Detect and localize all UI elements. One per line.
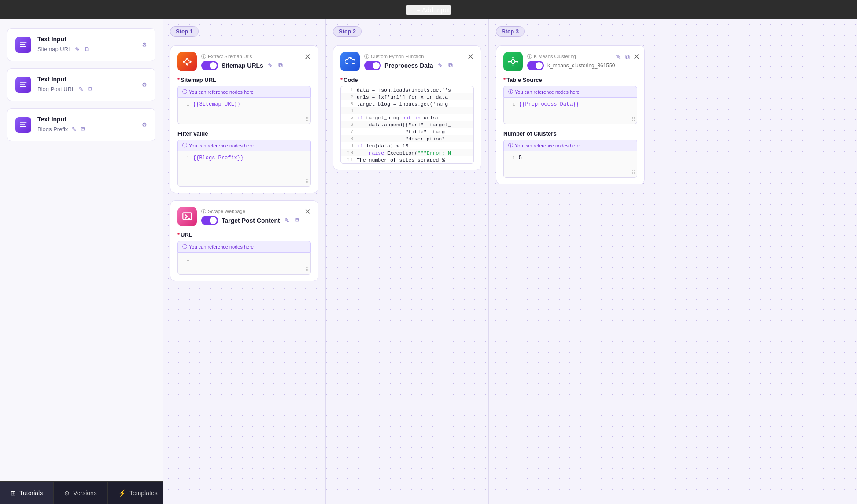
toggle-python[interactable] xyxy=(364,61,381,70)
python-name: Preprocess Data xyxy=(384,62,433,69)
table-source-value: {{Preprocess Data}} xyxy=(519,101,579,107)
input-card-subtitle-1: Sitemap URL ✎ ⧉ xyxy=(37,44,90,54)
svg-point-11 xyxy=(189,61,191,63)
field-filter-value: Filter Value ⓘ You can reference nodes h… xyxy=(177,130,311,187)
table-source-input[interactable]: 1 {{Preprocess Data}} xyxy=(503,98,637,124)
field-label-url: * URL xyxy=(177,232,311,238)
field-sitemap-url: * Sitemap URL ⓘ You can reference nodes … xyxy=(177,77,311,124)
info-circle-icon-kmeans: ⓘ xyxy=(527,53,532,60)
code-line-sitemap-1: 1 {{Sitemap URL}} xyxy=(182,101,306,107)
toggle-scrape[interactable] xyxy=(201,216,218,225)
field-label-sitemap-url: * Sitemap URL xyxy=(177,77,311,83)
edit-icon-1[interactable]: ✎ xyxy=(74,45,81,54)
svg-rect-1 xyxy=(20,44,26,45)
svg-point-19 xyxy=(349,58,350,59)
edit-icon-2[interactable]: ✎ xyxy=(78,85,85,94)
svg-line-14 xyxy=(188,59,189,61)
step-1-badge: Step 1 xyxy=(170,26,199,37)
input-card-title-1: Text Input xyxy=(37,36,90,43)
top-bar: ＋ + Add Input xyxy=(0,0,857,19)
copy-node-1[interactable]: ⧉ xyxy=(277,61,284,70)
clock-icon: ⊙ xyxy=(64,489,70,497)
svg-line-13 xyxy=(185,59,187,61)
python-code-editor[interactable]: 1data = json.loads(inputs.get('s 2urls =… xyxy=(340,86,474,164)
step-col-3: Step 3 xyxy=(489,19,652,504)
node-python-header: ⓘ Custom Python Function Preprocess Data… xyxy=(340,52,474,71)
toggle-kmeans[interactable] xyxy=(527,61,544,70)
extract-sitemap-info-label: Extract Sitemap Urls xyxy=(208,54,252,59)
field-clusters: Number of Clusters ⓘ You can reference n… xyxy=(503,130,637,178)
code-label-text: Code xyxy=(344,77,358,83)
sidebar-items: Text Input Sitemap URL ✎ ⧉ ⚙ xyxy=(0,19,163,481)
copy-icon-3[interactable]: ⧉ xyxy=(80,125,86,134)
edit-python[interactable]: ✎ xyxy=(437,61,444,70)
close-python[interactable]: ✕ xyxy=(467,52,474,62)
edit-icon-3[interactable]: ✎ xyxy=(70,125,78,134)
ref-hint-clusters: ⓘ You can reference nodes here xyxy=(503,140,637,151)
input-card-subtitle-3: Blogs Prefix ✎ ⧉ xyxy=(37,125,86,134)
info-icon-ref-2: ⓘ xyxy=(182,142,187,149)
toggle-extract-sitemap[interactable] xyxy=(201,61,218,70)
step-2-badge: Step 2 xyxy=(333,26,362,37)
info-icon-ref-url: ⓘ xyxy=(182,243,187,250)
copy-python[interactable]: ⧉ xyxy=(447,61,454,70)
edit-scrape[interactable]: ✎ xyxy=(284,216,291,225)
ref-hint-sitemap-url: ⓘ You can reference nodes here xyxy=(177,86,311,98)
edit-kmeans[interactable]: ✎ xyxy=(615,52,622,61)
copy-icon-1[interactable]: ⧉ xyxy=(84,44,90,54)
extract-sitemap-icon xyxy=(177,52,197,71)
filter-value-input[interactable]: 1 {{Blogs Prefix}} xyxy=(177,151,311,187)
svg-rect-2 xyxy=(20,46,26,47)
svg-rect-0 xyxy=(20,42,27,43)
python-info-label: Custom Python Function xyxy=(371,54,424,59)
field-table-source: * Table Source ⓘ You can reference nodes… xyxy=(503,77,637,124)
edit-node-1[interactable]: ✎ xyxy=(267,61,274,70)
sitemap-url-textarea-wrap: 1 {{Sitemap URL}} xyxy=(177,98,311,124)
ref-hint-table: ⓘ You can reference nodes here xyxy=(503,86,637,98)
copy-kmeans[interactable]: ⧉ xyxy=(624,52,631,62)
svg-rect-6 xyxy=(20,122,27,123)
node-python: ⓘ Custom Python Function Preprocess Data… xyxy=(333,45,481,170)
nav-templates[interactable]: ⚡ Templates xyxy=(108,482,169,504)
close-kmeans[interactable]: ✕ xyxy=(633,52,640,62)
close-scrape[interactable]: ✕ xyxy=(304,207,311,217)
svg-rect-4 xyxy=(20,84,26,85)
close-node-1[interactable]: ✕ xyxy=(304,52,311,62)
copy-scrape[interactable]: ⧉ xyxy=(294,216,300,225)
svg-point-27 xyxy=(512,65,513,66)
settings-button-1[interactable]: ⚙ xyxy=(142,41,147,48)
svg-rect-3 xyxy=(20,82,27,83)
input-card-blog-post: Text Input Blog Post URL ✎ ⧉ ⚙ xyxy=(7,68,155,101)
info-circle-icon-scrape: ⓘ xyxy=(201,208,206,215)
settings-button-2[interactable]: ⚙ xyxy=(142,81,147,88)
step-3-header: Step 3 xyxy=(496,26,645,37)
workflow-area[interactable]: Step 1 xyxy=(163,19,857,504)
info-icon-ref-table: ⓘ xyxy=(508,88,513,95)
copy-icon-2[interactable]: ⧉ xyxy=(87,85,93,94)
svg-point-28 xyxy=(508,61,510,62)
nav-tutorials[interactable]: ⊞ Tutorials xyxy=(0,482,54,504)
input-card-subtitle-2: Blog Post URL ✎ ⧉ xyxy=(37,85,93,94)
clusters-input[interactable]: 1 5 xyxy=(503,151,637,178)
nav-templates-label: Templates xyxy=(129,489,158,497)
svg-line-15 xyxy=(185,62,187,64)
step-col-1: Step 1 xyxy=(163,19,326,504)
info-icon-ref-clusters: ⓘ xyxy=(508,142,513,149)
url-input[interactable]: 1 xyxy=(177,253,311,275)
step-col-2: Step 2 xyxy=(326,19,489,504)
field-label-table: * Table Source xyxy=(503,77,637,83)
scrape-webpage-icon xyxy=(177,207,197,226)
svg-point-26 xyxy=(512,57,513,58)
text-input-icon-1 xyxy=(15,37,31,53)
node-scrape-header: ⓘ Scrape Webpage Target Post Content ✎ ⧉ xyxy=(177,207,311,226)
python-icon xyxy=(340,52,360,71)
text-input-icon-2 xyxy=(15,77,31,93)
step-3-badge: Step 3 xyxy=(496,26,525,37)
sitemap-url-input[interactable]: 1 {{Sitemap URL}} xyxy=(177,98,311,124)
plus-icon: ＋ xyxy=(407,6,414,14)
nav-versions[interactable]: ⊙ Versions xyxy=(54,482,108,504)
add-input-button[interactable]: ＋ + Add Input xyxy=(406,5,451,15)
nav-tutorials-label: Tutorials xyxy=(19,489,43,497)
svg-rect-5 xyxy=(20,86,26,87)
settings-button-3[interactable]: ⚙ xyxy=(142,121,147,128)
